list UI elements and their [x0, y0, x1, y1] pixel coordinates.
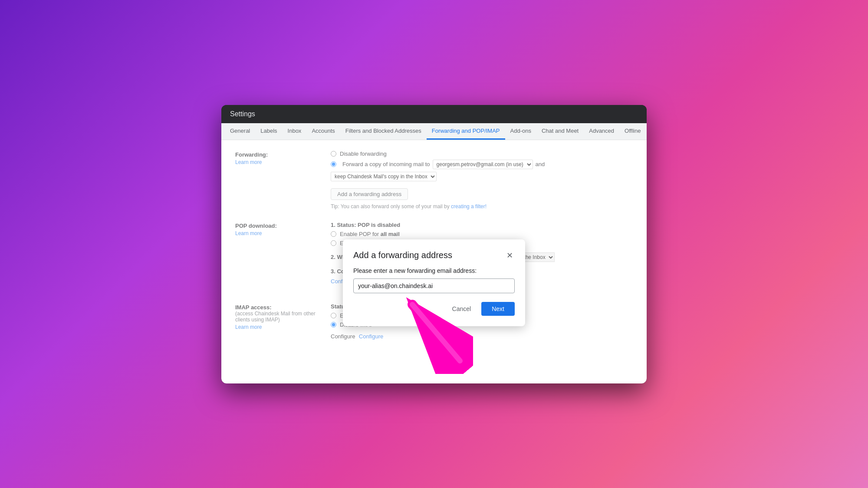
disable-forwarding-label: Disable forwarding — [340, 151, 387, 157]
pop-label: POP download: — [235, 223, 331, 229]
forwarding-label: Forwarding: — [235, 151, 331, 158]
enable-forwarding-radio[interactable] — [331, 161, 336, 167]
modal-close-button[interactable]: ✕ — [505, 250, 515, 261]
tab-accounts[interactable]: Accounts — [306, 123, 340, 140]
creating-filter-link[interactable]: creating a filter! — [451, 203, 487, 210]
forwarding-email-select[interactable]: georgesm.petrov@gmail.com (in use) — [433, 160, 533, 169]
imap-enable-radio[interactable] — [331, 313, 336, 318]
add-forwarding-modal: Add a forwarding address ✕ Please enter … — [343, 239, 525, 326]
tab-forwarding[interactable]: Forwarding and POP/IMAP — [427, 123, 505, 140]
forwarding-learn-more[interactable]: Learn more — [235, 159, 262, 165]
pop-learn-more[interactable]: Learn more — [235, 230, 262, 236]
imap-configure-text: Configure — [331, 333, 355, 340]
tab-addons[interactable]: Add-ons — [505, 123, 536, 140]
settings-tabs: General Labels Inbox Accounts Filters an… — [221, 123, 647, 140]
imap-disable-radio[interactable] — [331, 322, 336, 328]
modal-title: Add a forwarding address — [353, 250, 452, 260]
modal-label: Please enter a new forwarding email addr… — [353, 267, 515, 274]
imap-learn-more[interactable]: Learn more — [235, 324, 262, 330]
next-button[interactable]: Next — [481, 302, 515, 316]
pop-status: 1. Status: POP is disabled — [331, 222, 633, 228]
imap-config-link[interactable]: Configure — [359, 333, 383, 340]
enable-forwarding-label: Forward a copy of incoming mail to — [342, 161, 430, 167]
forwarding-and-text: and — [536, 161, 545, 167]
tab-offline[interactable]: Offline — [619, 123, 646, 140]
tab-inbox[interactable]: Inbox — [283, 123, 307, 140]
tab-labels[interactable]: Labels — [255, 123, 282, 140]
pop-all-radio[interactable] — [331, 231, 336, 237]
tab-advanced[interactable]: Advanced — [584, 123, 619, 140]
forwarding-email-input[interactable] — [353, 278, 515, 293]
tab-chat[interactable]: Chat and Meet — [536, 123, 584, 140]
imap-label: IMAP access: — [235, 304, 331, 311]
cancel-button[interactable]: Cancel — [447, 302, 477, 316]
tab-filters[interactable]: Filters and Blocked Addresses — [340, 123, 427, 140]
tab-general[interactable]: General — [225, 123, 255, 140]
pop-now-radio[interactable] — [331, 240, 336, 246]
add-forwarding-button[interactable]: Add a forwarding address — [331, 188, 408, 200]
tab-themes[interactable]: Themes — [646, 123, 647, 140]
tip-text: Tip: You can also forward only some of y… — [331, 203, 450, 210]
imap-note: (access Chaindesk Mail from other client… — [235, 311, 331, 323]
disable-forwarding-radio[interactable] — [331, 151, 336, 157]
window-title: Settings — [230, 110, 255, 118]
pop-all-label: Enable POP for all mail — [340, 231, 400, 237]
forwarding-action-select[interactable]: keep Chaindesk Mail's copy in the Inbox — [331, 172, 437, 181]
